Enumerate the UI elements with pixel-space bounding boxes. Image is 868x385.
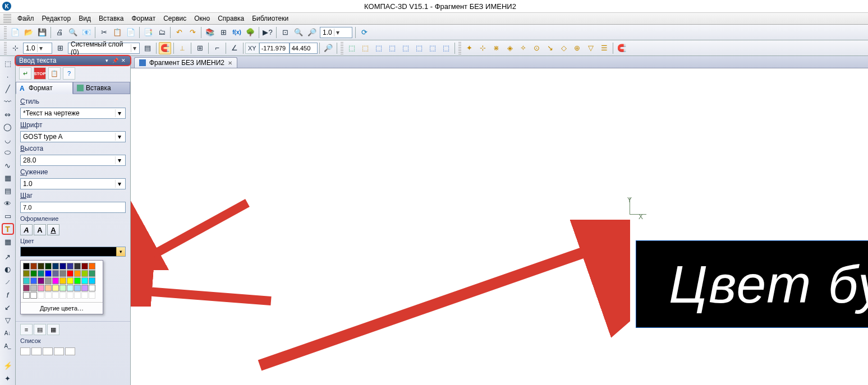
color-cell[interactable] bbox=[38, 263, 44, 270]
edit-1[interactable]: ↗ bbox=[2, 251, 14, 263]
spec-button-2[interactable]: ⬚ bbox=[359, 42, 371, 54]
tab-insert[interactable]: Вставка bbox=[73, 82, 130, 94]
menu-help[interactable]: Справка bbox=[214, 13, 248, 24]
ortho-button[interactable]: ⟂ bbox=[176, 42, 189, 54]
list-btn-5[interactable] bbox=[65, 347, 75, 355]
osnap-8[interactable]: ◇ bbox=[558, 42, 570, 54]
list-btn-2[interactable] bbox=[31, 347, 42, 355]
save-button[interactable]: 💾 bbox=[36, 26, 48, 39]
menu-file[interactable]: Файл bbox=[13, 13, 38, 24]
osnap-9[interactable]: ⊕ bbox=[571, 42, 584, 54]
osnap-1[interactable]: ✦ bbox=[463, 42, 476, 54]
windows-button[interactable]: ⊞ bbox=[217, 26, 229, 39]
color-cell[interactable] bbox=[74, 270, 81, 277]
spec-button-5[interactable]: ⬚ bbox=[399, 42, 412, 54]
osnap-4[interactable]: ◈ bbox=[504, 42, 516, 54]
color-cell[interactable] bbox=[52, 263, 59, 270]
color-cell[interactable] bbox=[81, 277, 88, 284]
font-combo[interactable]: GOST type A ▾ bbox=[20, 131, 126, 142]
grid-button[interactable]: ⊞ bbox=[194, 42, 206, 54]
menu-format[interactable]: Формат bbox=[128, 13, 160, 24]
close-icon[interactable]: ✕ bbox=[120, 57, 127, 64]
zoom-window-button[interactable]: 🔍 bbox=[292, 26, 305, 39]
color-cell[interactable] bbox=[59, 285, 66, 291]
color-cell[interactable] bbox=[74, 292, 81, 299]
color-cell[interactable] bbox=[45, 292, 52, 299]
color-cell[interactable] bbox=[89, 270, 95, 277]
properties-button[interactable]: 📑 bbox=[142, 26, 154, 39]
color-cell[interactable] bbox=[45, 285, 52, 291]
color-cell[interactable] bbox=[67, 292, 74, 299]
scale-combo[interactable]: 1.0 ▾ bbox=[23, 43, 52, 54]
parametric-tool[interactable]: ⚡ bbox=[2, 360, 14, 372]
color-cell[interactable] bbox=[30, 292, 37, 299]
constraint-tool[interactable]: ✦ bbox=[2, 373, 14, 384]
dimension-tool[interactable]: ⇔ bbox=[2, 109, 14, 120]
spec-button-3[interactable]: ⬚ bbox=[373, 42, 385, 54]
view-states-button[interactable]: ⊞ bbox=[54, 42, 66, 54]
arc-tool[interactable]: ◡ bbox=[2, 134, 14, 146]
menu-window[interactable]: Окно bbox=[190, 13, 214, 24]
footer-btn-2[interactable]: ▤ bbox=[34, 324, 46, 335]
edit-2[interactable]: ◐ bbox=[2, 263, 14, 275]
color-cell[interactable] bbox=[30, 263, 37, 270]
base-tool[interactable]: A_ bbox=[2, 340, 14, 352]
redo-button[interactable]: ↷ bbox=[186, 26, 199, 39]
coord-y-input[interactable] bbox=[290, 43, 318, 54]
polyline-tool[interactable]: 〰 bbox=[2, 96, 14, 108]
bold-button[interactable]: A bbox=[34, 224, 46, 235]
edit-4[interactable]: f bbox=[2, 289, 14, 301]
roughness-tool[interactable]: ▽ bbox=[2, 314, 14, 326]
layer-combo[interactable]: Системный слой (0) ▾ bbox=[68, 43, 140, 54]
color-cell[interactable] bbox=[81, 270, 88, 277]
color-cell[interactable] bbox=[23, 285, 30, 291]
help-context-button[interactable]: ▶? bbox=[261, 26, 274, 39]
color-cell[interactable] bbox=[89, 285, 95, 291]
osnap-10[interactable]: ▽ bbox=[585, 42, 597, 54]
print-button[interactable]: 🖨 bbox=[53, 26, 66, 39]
osnap-3[interactable]: ⋇ bbox=[490, 42, 503, 54]
color-cell[interactable] bbox=[74, 285, 81, 291]
line-tool[interactable]: ╱ bbox=[2, 83, 14, 95]
color-cell[interactable] bbox=[59, 263, 66, 270]
copy-button[interactable]: 📋 bbox=[111, 26, 123, 39]
color-cell[interactable] bbox=[59, 270, 66, 277]
list-btn-4[interactable] bbox=[54, 347, 64, 355]
ellipse-tool[interactable]: ⬭ bbox=[2, 147, 14, 159]
underline-button[interactable]: A bbox=[47, 224, 59, 235]
color-cell[interactable] bbox=[38, 277, 44, 284]
color-cell[interactable] bbox=[30, 285, 37, 291]
label-tool[interactable]: A↓ bbox=[2, 327, 14, 339]
color-swatch[interactable]: ▾ bbox=[20, 247, 126, 257]
sheet-tool[interactable]: ▦ bbox=[2, 236, 14, 248]
help-button[interactable]: ? bbox=[63, 67, 75, 80]
italic-button[interactable]: A bbox=[20, 224, 33, 235]
snap-toggle-button[interactable]: 🧲 bbox=[159, 42, 171, 54]
color-cell[interactable] bbox=[89, 263, 95, 270]
style-combo[interactable]: *Текст на чертеже ▾ bbox=[20, 108, 126, 119]
tree-button[interactable]: 🌳 bbox=[244, 26, 256, 39]
selection-tool[interactable]: ⬚ bbox=[2, 58, 14, 69]
color-cell[interactable] bbox=[59, 277, 66, 284]
hatch-tool[interactable]: ▦ bbox=[2, 172, 14, 184]
color-cell[interactable] bbox=[52, 277, 59, 284]
list-btn-1[interactable] bbox=[20, 347, 30, 355]
new-doc-button[interactable]: 📄 bbox=[9, 26, 21, 39]
snap-angle-button[interactable]: ∠ bbox=[228, 42, 241, 54]
view-tool[interactable]: 👁 bbox=[2, 198, 14, 210]
zoom-fit-button[interactable]: ⊡ bbox=[279, 26, 291, 39]
color-cell[interactable] bbox=[52, 285, 59, 291]
edit-3[interactable]: ⟋ bbox=[2, 276, 14, 288]
refresh-button[interactable]: ⟳ bbox=[358, 26, 370, 39]
leader-tool[interactable]: ↙ bbox=[2, 302, 14, 314]
spec-button-7[interactable]: ⬚ bbox=[426, 42, 439, 54]
stop-button[interactable]: STOP bbox=[34, 67, 46, 80]
frame-tool[interactable]: ▭ bbox=[2, 211, 14, 222]
copy-props-button[interactable]: 📋 bbox=[48, 67, 61, 80]
menu-insert[interactable]: Вставка bbox=[95, 13, 128, 24]
menu-view[interactable]: Вид bbox=[75, 13, 95, 24]
color-cell[interactable] bbox=[67, 263, 74, 270]
undo-button[interactable]: ↶ bbox=[173, 26, 185, 39]
chevron-down-icon[interactable]: ▾ bbox=[116, 247, 125, 256]
layers-button[interactable]: ▤ bbox=[141, 42, 154, 54]
